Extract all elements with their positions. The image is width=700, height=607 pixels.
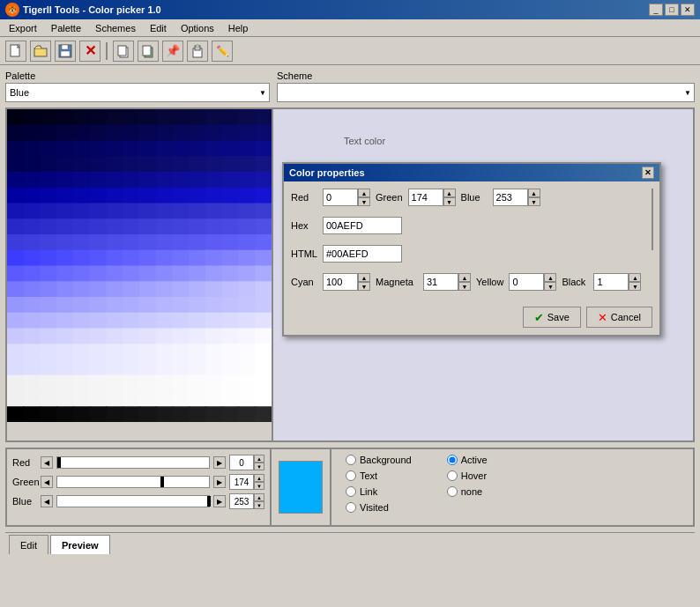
save-button[interactable]	[55, 41, 76, 62]
blue-slider-right[interactable]: ▶	[213, 495, 226, 507]
title-bar: 🐯 TigerII Tools - Color picker 1.0 _ □ ✕	[0, 0, 700, 19]
black-label: Black	[562, 277, 588, 287]
red-spin-input[interactable]	[229, 455, 254, 470]
green-input[interactable]	[408, 189, 443, 206]
cyan-down-button[interactable]: ▼	[358, 282, 370, 291]
blue-input[interactable]	[493, 189, 528, 206]
options-col-2: Active Hover none	[447, 455, 488, 520]
link-radio[interactable]	[346, 486, 356, 497]
red-slider-track[interactable]	[56, 456, 210, 469]
menu-bar: Export Palette Schemes Edit Options Help	[0, 19, 700, 37]
red-spin-up[interactable]: ▲	[254, 455, 264, 463]
color-canvas[interactable]	[7, 109, 272, 422]
green-slider-track[interactable]	[56, 476, 210, 488]
blue-spin-wrapper: ▲ ▼	[229, 493, 264, 509]
options-col-1: Background Text Link Visited	[346, 455, 412, 520]
text-radio[interactable]	[346, 470, 356, 481]
blue-slider-track[interactable]	[56, 495, 210, 507]
copy-button-1[interactable]	[113, 41, 134, 62]
black-up-button[interactable]: ▲	[629, 273, 641, 282]
hover-radio[interactable]	[447, 470, 458, 481]
visited-radio[interactable]	[346, 502, 356, 513]
maximize-button[interactable]: □	[665, 4, 679, 16]
red-label: Red	[291, 192, 317, 203]
palette-dropdown[interactable]: Blue	[5, 83, 270, 102]
text-color-label: Text color	[344, 136, 385, 146]
green-spin-input[interactable]	[229, 474, 254, 490]
blue-slider-left[interactable]: ◀	[41, 495, 53, 507]
background-radio[interactable]	[346, 455, 356, 465]
blue-down-button[interactable]: ▼	[528, 197, 540, 206]
menu-help[interactable]: Help	[223, 22, 254, 34]
yellow-down-button[interactable]: ▼	[544, 282, 556, 291]
text-label: Text	[360, 470, 377, 481]
magenta-down-button[interactable]: ▼	[458, 282, 471, 291]
none-radio[interactable]	[447, 486, 458, 497]
open-button[interactable]	[30, 41, 51, 62]
minimize-button[interactable]: _	[649, 4, 663, 16]
active-radio[interactable]	[447, 455, 458, 465]
yellow-input[interactable]	[509, 273, 544, 291]
svg-rect-11	[196, 45, 199, 48]
menu-palette[interactable]: Palette	[46, 22, 86, 34]
green-spin-up[interactable]: ▲	[254, 474, 264, 482]
scheme-dropdown[interactable]	[277, 83, 695, 102]
black-input[interactable]	[593, 273, 629, 291]
dialog-close-button[interactable]: ✕	[642, 167, 654, 179]
menu-export[interactable]: Export	[4, 22, 42, 34]
green-spin-down[interactable]: ▼	[254, 482, 264, 490]
yellow-up-button[interactable]: ▲	[544, 273, 556, 282]
blue-spinner[interactable]: ▲ ▼	[493, 189, 540, 206]
edit-color-button[interactable]: ✏️	[212, 41, 233, 62]
green-slider-left[interactable]: ◀	[41, 476, 53, 488]
hex-input[interactable]	[323, 217, 402, 234]
red-slider-right[interactable]: ▶	[213, 456, 226, 469]
dialog-actions: ✔ Save ✕ Cancel	[284, 303, 659, 335]
blue-spin-input[interactable]	[229, 493, 254, 509]
copy-button-2[interactable]	[138, 41, 159, 62]
delete-button[interactable]: ✕	[79, 41, 101, 62]
red-spinner[interactable]: ▲ ▼	[323, 189, 370, 206]
magenta-spinner[interactable]: ▲ ▼	[423, 273, 471, 291]
yellow-spinner[interactable]: ▲ ▼	[509, 273, 556, 291]
red-input[interactable]	[323, 189, 358, 206]
blue-spin-up[interactable]: ▲	[254, 493, 264, 501]
tab-preview[interactable]: Preview	[50, 535, 110, 554]
magenta-input[interactable]	[423, 273, 458, 291]
red-spin-down[interactable]: ▼	[254, 463, 264, 470]
black-down-button[interactable]: ▼	[629, 282, 641, 291]
paste-button-2[interactable]	[187, 41, 208, 62]
black-spinner[interactable]: ▲ ▼	[593, 273, 641, 291]
red-slider-left[interactable]: ◀	[41, 456, 53, 469]
tab-edit[interactable]: Edit	[9, 535, 48, 554]
green-spin-buttons: ▲ ▼	[443, 189, 456, 206]
menu-edit[interactable]: Edit	[145, 22, 172, 34]
red-up-button[interactable]: ▲	[358, 189, 370, 197]
red-slider-thumb	[57, 457, 61, 468]
color-grid[interactable]	[7, 109, 272, 422]
green-spinner[interactable]: ▲ ▼	[408, 189, 456, 206]
active-radio-row: Active	[447, 455, 488, 465]
close-button[interactable]: ✕	[681, 4, 695, 16]
cyan-up-button[interactable]: ▲	[358, 273, 370, 282]
green-slider-right[interactable]: ▶	[213, 476, 226, 488]
paste-button-1[interactable]: 📌	[162, 41, 183, 62]
magenta-up-button[interactable]: ▲	[458, 273, 471, 282]
red-down-button[interactable]: ▼	[358, 197, 370, 206]
save-button[interactable]: ✔ Save	[523, 307, 581, 328]
menu-options[interactable]: Options	[175, 22, 220, 34]
cancel-button[interactable]: ✕ Cancel	[586, 307, 652, 328]
cyan-input[interactable]	[323, 273, 358, 291]
html-input[interactable]	[323, 245, 402, 263]
options-panel: Background Text Link Visited A	[331, 449, 693, 525]
visited-label: Visited	[360, 502, 389, 513]
green-up-button[interactable]: ▲	[443, 189, 456, 197]
blue-up-button[interactable]: ▲	[528, 189, 540, 197]
background-label: Background	[360, 455, 412, 465]
scheme-group: Scheme	[277, 70, 695, 102]
new-button[interactable]	[5, 41, 26, 62]
green-down-button[interactable]: ▼	[443, 197, 456, 206]
menu-schemes[interactable]: Schemes	[90, 22, 141, 34]
cyan-spinner[interactable]: ▲ ▼	[323, 273, 370, 291]
blue-spin-down[interactable]: ▼	[254, 501, 264, 509]
